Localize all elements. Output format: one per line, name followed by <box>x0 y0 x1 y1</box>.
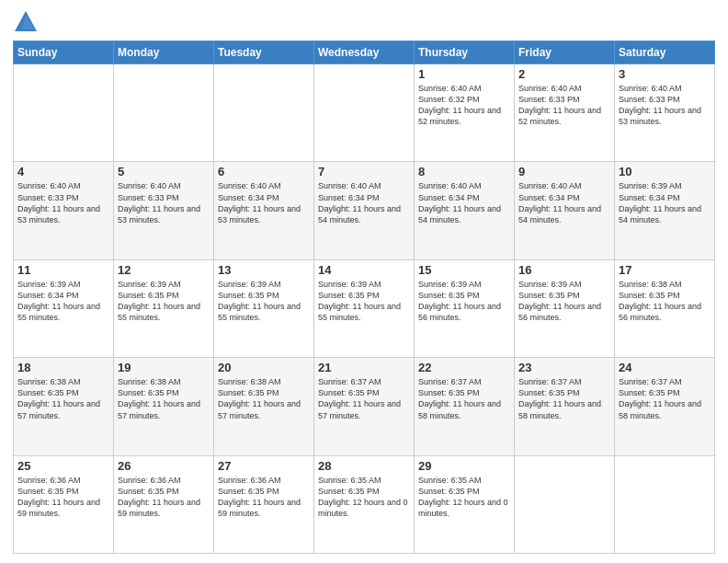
calendar-cell: 15Sunrise: 6:39 AM Sunset: 6:35 PM Dayli… <box>415 259 515 357</box>
calendar-row: 4Sunrise: 6:40 AM Sunset: 6:33 PM Daylig… <box>14 162 715 259</box>
day-info: Sunrise: 6:37 AM Sunset: 6:35 PM Dayligh… <box>418 376 510 421</box>
day-number: 28 <box>318 459 410 473</box>
day-info: Sunrise: 6:40 AM Sunset: 6:33 PM Dayligh… <box>17 180 109 225</box>
day-number: 9 <box>518 165 610 178</box>
calendar-cell <box>114 64 214 162</box>
calendar-cell: 12Sunrise: 6:39 AM Sunset: 6:35 PM Dayli… <box>114 259 214 357</box>
day-info: Sunrise: 6:40 AM Sunset: 6:34 PM Dayligh… <box>418 180 510 225</box>
calendar-cell: 9Sunrise: 6:40 AM Sunset: 6:34 PM Daylig… <box>515 162 615 259</box>
day-number: 6 <box>218 165 310 178</box>
day-number: 26 <box>118 459 210 473</box>
calendar-cell <box>14 64 114 162</box>
day-info: Sunrise: 6:40 AM Sunset: 6:34 PM Dayligh… <box>218 180 310 225</box>
calendar-cell: 8Sunrise: 6:40 AM Sunset: 6:34 PM Daylig… <box>415 162 515 259</box>
day-info: Sunrise: 6:39 AM Sunset: 6:34 PM Dayligh… <box>17 279 109 324</box>
day-info: Sunrise: 6:38 AM Sunset: 6:35 PM Dayligh… <box>17 376 109 421</box>
calendar-cell: 1Sunrise: 6:40 AM Sunset: 6:32 PM Daylig… <box>415 64 515 162</box>
calendar-cell: 3Sunrise: 6:40 AM Sunset: 6:33 PM Daylig… <box>615 64 715 162</box>
day-number: 25 <box>17 459 109 473</box>
day-info: Sunrise: 6:36 AM Sunset: 6:35 PM Dayligh… <box>118 475 210 520</box>
day-number: 11 <box>17 263 109 277</box>
calendar-body: 1Sunrise: 6:40 AM Sunset: 6:32 PM Daylig… <box>14 64 715 554</box>
day-number: 27 <box>218 459 310 473</box>
calendar-cell: 20Sunrise: 6:38 AM Sunset: 6:35 PM Dayli… <box>214 358 314 455</box>
day-info: Sunrise: 6:36 AM Sunset: 6:35 PM Dayligh… <box>218 475 310 520</box>
day-info: Sunrise: 6:37 AM Sunset: 6:35 PM Dayligh… <box>318 376 410 421</box>
day-number: 16 <box>518 263 610 277</box>
calendar-row: 25Sunrise: 6:36 AM Sunset: 6:35 PM Dayli… <box>14 455 715 553</box>
header <box>13 9 715 35</box>
weekday-header-cell: Thursday <box>415 41 515 64</box>
day-info: Sunrise: 6:39 AM Sunset: 6:35 PM Dayligh… <box>418 279 510 324</box>
calendar-cell <box>214 64 314 162</box>
calendar-cell: 6Sunrise: 6:40 AM Sunset: 6:34 PM Daylig… <box>214 162 314 259</box>
day-number: 4 <box>17 165 109 178</box>
calendar-cell: 23Sunrise: 6:37 AM Sunset: 6:35 PM Dayli… <box>515 358 615 455</box>
weekday-header-cell: Saturday <box>615 41 715 64</box>
calendar-cell: 13Sunrise: 6:39 AM Sunset: 6:35 PM Dayli… <box>214 259 314 357</box>
day-info: Sunrise: 6:35 AM Sunset: 6:35 PM Dayligh… <box>418 475 510 520</box>
calendar-cell <box>515 455 615 553</box>
day-number: 13 <box>218 263 310 277</box>
page: SundayMondayTuesdayWednesdayThursdayFrid… <box>0 0 728 563</box>
day-info: Sunrise: 6:36 AM Sunset: 6:35 PM Dayligh… <box>17 475 109 520</box>
weekday-header-cell: Tuesday <box>214 41 314 64</box>
calendar-cell: 16Sunrise: 6:39 AM Sunset: 6:35 PM Dayli… <box>515 259 615 357</box>
calendar-cell: 7Sunrise: 6:40 AM Sunset: 6:34 PM Daylig… <box>314 162 415 259</box>
weekday-header-cell: Sunday <box>14 41 114 64</box>
day-number: 2 <box>518 67 610 81</box>
calendar-cell: 25Sunrise: 6:36 AM Sunset: 6:35 PM Dayli… <box>14 455 114 553</box>
calendar-cell: 24Sunrise: 6:37 AM Sunset: 6:35 PM Dayli… <box>615 358 715 455</box>
day-info: Sunrise: 6:40 AM Sunset: 6:34 PM Dayligh… <box>518 180 610 225</box>
day-number: 22 <box>418 361 510 374</box>
calendar-row: 18Sunrise: 6:38 AM Sunset: 6:35 PM Dayli… <box>14 358 715 455</box>
calendar-cell: 27Sunrise: 6:36 AM Sunset: 6:35 PM Dayli… <box>214 455 314 553</box>
logo-icon <box>13 9 39 35</box>
day-number: 10 <box>619 165 711 178</box>
calendar-cell: 14Sunrise: 6:39 AM Sunset: 6:35 PM Dayli… <box>314 259 415 357</box>
day-info: Sunrise: 6:38 AM Sunset: 6:35 PM Dayligh… <box>218 376 310 421</box>
calendar-cell: 28Sunrise: 6:35 AM Sunset: 6:35 PM Dayli… <box>314 455 415 553</box>
weekday-header-cell: Friday <box>515 41 615 64</box>
day-info: Sunrise: 6:40 AM Sunset: 6:32 PM Dayligh… <box>418 83 510 128</box>
day-number: 17 <box>619 263 711 277</box>
day-info: Sunrise: 6:39 AM Sunset: 6:35 PM Dayligh… <box>118 279 210 324</box>
calendar-cell: 26Sunrise: 6:36 AM Sunset: 6:35 PM Dayli… <box>114 455 214 553</box>
calendar-cell: 4Sunrise: 6:40 AM Sunset: 6:33 PM Daylig… <box>14 162 114 259</box>
calendar-table: SundayMondayTuesdayWednesdayThursdayFrid… <box>13 40 715 554</box>
day-info: Sunrise: 6:35 AM Sunset: 6:35 PM Dayligh… <box>318 475 410 520</box>
day-number: 5 <box>118 165 210 178</box>
calendar-cell: 5Sunrise: 6:40 AM Sunset: 6:33 PM Daylig… <box>114 162 214 259</box>
day-info: Sunrise: 6:39 AM Sunset: 6:35 PM Dayligh… <box>318 279 410 324</box>
calendar-row: 1Sunrise: 6:40 AM Sunset: 6:32 PM Daylig… <box>14 64 715 162</box>
day-number: 24 <box>619 361 711 374</box>
logo <box>13 9 42 35</box>
day-info: Sunrise: 6:40 AM Sunset: 6:34 PM Dayligh… <box>318 180 410 225</box>
calendar-cell: 29Sunrise: 6:35 AM Sunset: 6:35 PM Dayli… <box>415 455 515 553</box>
weekday-header-cell: Wednesday <box>314 41 415 64</box>
day-info: Sunrise: 6:39 AM Sunset: 6:35 PM Dayligh… <box>218 279 310 324</box>
day-number: 18 <box>17 361 109 374</box>
day-number: 3 <box>619 67 711 81</box>
day-number: 23 <box>518 361 610 374</box>
day-info: Sunrise: 6:40 AM Sunset: 6:33 PM Dayligh… <box>118 180 210 225</box>
day-number: 19 <box>118 361 210 374</box>
day-number: 1 <box>418 67 510 81</box>
day-info: Sunrise: 6:39 AM Sunset: 6:35 PM Dayligh… <box>518 279 610 324</box>
day-info: Sunrise: 6:37 AM Sunset: 6:35 PM Dayligh… <box>619 376 711 421</box>
calendar-cell <box>314 64 415 162</box>
day-info: Sunrise: 6:38 AM Sunset: 6:35 PM Dayligh… <box>118 376 210 421</box>
calendar-row: 11Sunrise: 6:39 AM Sunset: 6:34 PM Dayli… <box>14 259 715 357</box>
calendar-cell: 18Sunrise: 6:38 AM Sunset: 6:35 PM Dayli… <box>14 358 114 455</box>
weekday-header-cell: Monday <box>114 41 214 64</box>
day-number: 8 <box>418 165 510 178</box>
day-info: Sunrise: 6:37 AM Sunset: 6:35 PM Dayligh… <box>518 376 610 421</box>
calendar-cell: 21Sunrise: 6:37 AM Sunset: 6:35 PM Dayli… <box>314 358 415 455</box>
day-info: Sunrise: 6:39 AM Sunset: 6:34 PM Dayligh… <box>619 180 711 225</box>
day-info: Sunrise: 6:40 AM Sunset: 6:33 PM Dayligh… <box>518 83 610 128</box>
day-info: Sunrise: 6:40 AM Sunset: 6:33 PM Dayligh… <box>619 83 711 128</box>
day-number: 29 <box>418 459 510 473</box>
calendar-cell: 17Sunrise: 6:38 AM Sunset: 6:35 PM Dayli… <box>615 259 715 357</box>
calendar-cell: 19Sunrise: 6:38 AM Sunset: 6:35 PM Dayli… <box>114 358 214 455</box>
calendar-cell: 10Sunrise: 6:39 AM Sunset: 6:34 PM Dayli… <box>615 162 715 259</box>
